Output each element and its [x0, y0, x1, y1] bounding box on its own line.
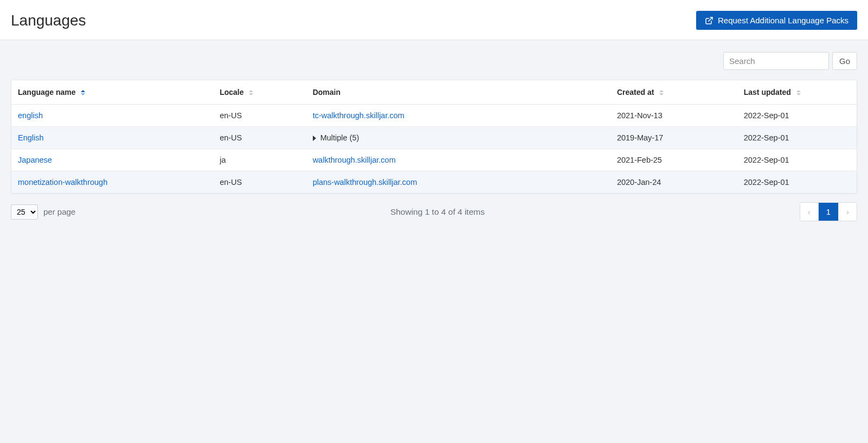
- table-row: monetization-walkthroughen-USplans-walkt…: [11, 171, 857, 194]
- column-header-created-at[interactable]: Created at: [612, 80, 738, 105]
- column-label: Last updated: [744, 88, 791, 97]
- pager: ‹ 1 ›: [800, 202, 857, 221]
- external-link-icon: [705, 16, 713, 25]
- expand-caret-icon[interactable]: [313, 136, 316, 141]
- request-button-label: Request Additional Language Packs: [718, 16, 848, 25]
- sort-icon: [81, 90, 85, 95]
- column-label: Created at: [617, 88, 654, 97]
- last-updated-cell: 2022-Sep-01: [738, 105, 857, 127]
- domain-link[interactable]: walkthrough.skilljar.com: [313, 156, 396, 164]
- domain-cell: tc-walkthrough.skilljar.com: [307, 105, 612, 127]
- pager-prev-button[interactable]: ‹: [800, 203, 819, 221]
- page-title: Languages: [11, 12, 86, 29]
- domain-link[interactable]: tc-walkthrough.skilljar.com: [313, 111, 404, 120]
- column-label: Language name: [18, 88, 76, 97]
- last-updated-cell: 2022-Sep-01: [738, 127, 857, 149]
- locale-cell: en-US: [214, 105, 307, 127]
- locale-cell: ja: [214, 149, 307, 171]
- domain-multiple-label: Multiple (5): [320, 133, 359, 142]
- per-page-select[interactable]: 25: [11, 204, 38, 220]
- column-header-domain[interactable]: Domain: [307, 80, 612, 105]
- created-at-cell: 2020-Jan-24: [612, 171, 738, 194]
- request-language-packs-button[interactable]: Request Additional Language Packs: [696, 11, 857, 30]
- domain-cell[interactable]: Multiple (5): [307, 127, 612, 149]
- language-name-link[interactable]: Japanese: [18, 156, 52, 164]
- sort-icon: [796, 90, 801, 95]
- svg-line-0: [709, 17, 712, 21]
- locale-cell: en-US: [214, 127, 307, 149]
- domain-cell: walkthrough.skilljar.com: [307, 149, 612, 171]
- language-name-link[interactable]: English: [18, 133, 44, 142]
- column-label: Locale: [220, 88, 243, 97]
- language-name-link[interactable]: monetization-walkthrough: [18, 178, 107, 187]
- table-row: Englishen-USMultiple (5)2019-May-172022-…: [11, 127, 857, 149]
- column-label: Domain: [313, 88, 340, 97]
- last-updated-cell: 2022-Sep-01: [738, 149, 857, 171]
- per-page-label: per page: [43, 207, 75, 216]
- pager-next-button[interactable]: ›: [839, 203, 857, 221]
- created-at-cell: 2021-Nov-13: [612, 105, 738, 127]
- last-updated-cell: 2022-Sep-01: [738, 171, 857, 194]
- column-header-language-name[interactable]: Language name: [11, 80, 214, 105]
- domain-cell: plans-walkthrough.skilljar.com: [307, 171, 612, 194]
- created-at-cell: 2021-Feb-25: [612, 149, 738, 171]
- sort-icon: [249, 90, 253, 95]
- search-input[interactable]: [723, 52, 829, 70]
- sort-icon: [659, 90, 664, 95]
- domain-link[interactable]: plans-walkthrough.skilljar.com: [313, 178, 417, 187]
- table-row: Japanesejawalkthrough.skilljar.com2021-F…: [11, 149, 857, 171]
- language-name-link[interactable]: english: [18, 111, 43, 120]
- table-row: englishen-UStc-walkthrough.skilljar.com2…: [11, 105, 857, 127]
- languages-table: Language name Locale Domain Created at: [11, 80, 857, 194]
- pager-page-1-button[interactable]: 1: [819, 203, 839, 221]
- pagination-summary: Showing 1 to 4 of 4 items: [390, 207, 485, 217]
- column-header-last-updated[interactable]: Last updated: [738, 80, 857, 105]
- created-at-cell: 2019-May-17: [612, 127, 738, 149]
- column-header-locale[interactable]: Locale: [214, 80, 307, 105]
- search-go-button[interactable]: Go: [832, 52, 857, 70]
- locale-cell: en-US: [214, 171, 307, 194]
